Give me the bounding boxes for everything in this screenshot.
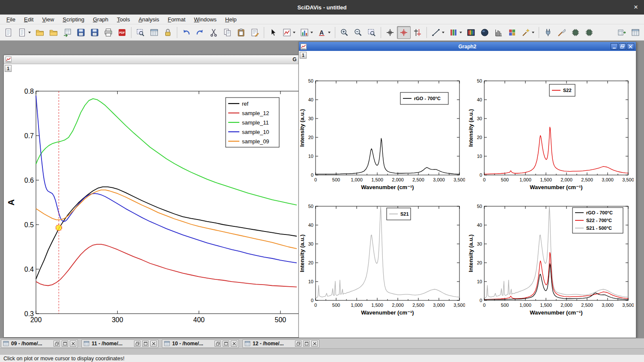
import-ascii-button[interactable]: [60, 26, 74, 39]
window-restore-button[interactable]: [295, 341, 301, 347]
window-close-button[interactable]: [231, 341, 237, 347]
svg-text:500: 500: [332, 303, 340, 308]
save-template-button[interactable]: [88, 26, 101, 39]
export-pdf-button[interactable]: PDF: [115, 26, 129, 39]
fit-wizard-button[interactable]: [519, 26, 537, 39]
menu-format[interactable]: Format: [164, 15, 189, 24]
window-close-button[interactable]: [70, 341, 76, 347]
matrix-button[interactable]: [505, 26, 519, 39]
graph2-minimize-button[interactable]: [611, 43, 618, 50]
module-1-button[interactable]: [569, 26, 582, 39]
taskbar-window-4[interactable]: 12 - /home/...: [242, 339, 319, 348]
menu-windows[interactable]: Windows: [190, 15, 221, 24]
new-project-button[interactable]: [2, 26, 15, 39]
window-restore-button[interactable]: [215, 341, 221, 347]
table-rows-button[interactable]: [629, 26, 642, 39]
raman-chart-s21[interactable]: 05001,0001,5002,0002,5003,0003,500010203…: [299, 202, 465, 318]
zoom-in-button[interactable]: [337, 26, 351, 39]
window-maximize-button[interactable]: [142, 341, 149, 347]
graph1-layer-button[interactable]: 1: [5, 65, 12, 72]
add-curve-button[interactable]: [280, 26, 298, 39]
rescale-button[interactable]: [365, 26, 379, 39]
svg-text:Intensity (a.u.): Intensity (a.u.): [299, 234, 305, 272]
window-restore-button[interactable]: [54, 341, 60, 347]
colormap-button[interactable]: [464, 26, 478, 39]
pointer-button[interactable]: [266, 26, 280, 39]
window-maximize-button[interactable]: [223, 341, 229, 347]
folder-icon: [49, 28, 58, 37]
copy-button[interactable]: [221, 26, 234, 39]
raman-chart-rgo[interactable]: 05001,0001,5002,0002,5003,0003,500010203…: [299, 77, 465, 193]
svg-text:2,000: 2,000: [392, 177, 404, 182]
plot3d-button[interactable]: [478, 26, 492, 39]
menu-file[interactable]: File: [3, 15, 19, 24]
graph2-titlebar[interactable]: Graph2: [299, 42, 636, 51]
data-reader-button[interactable]: [397, 26, 411, 39]
lock-toolbars-button[interactable]: [161, 26, 175, 39]
window-close-button[interactable]: [150, 341, 157, 347]
histogram-button[interactable]: [492, 26, 505, 39]
redo-button[interactable]: [193, 26, 207, 39]
script-button[interactable]: [248, 26, 262, 39]
statusbar: Click on plot or move cursor to display …: [0, 354, 644, 362]
app-close-button[interactable]: ×: [634, 0, 638, 15]
menu-analysis[interactable]: Analysis: [134, 15, 163, 24]
module-2-button[interactable]: [582, 26, 596, 39]
app-titlebar: SciDAVis - untitled ×: [0, 0, 644, 15]
taskbar-window-1[interactable]: 09 - /home/...: [1, 339, 78, 348]
pdf-icon: PDF: [117, 28, 127, 37]
svg-text:10: 10: [477, 154, 482, 159]
raman-chart-s22[interactable]: 05001,0001,5002,0002,5003,0003,500010203…: [468, 77, 634, 193]
print-button[interactable]: [101, 26, 115, 39]
tools-button[interactable]: [555, 26, 569, 39]
cut-button[interactable]: [207, 26, 221, 39]
menu-scripting[interactable]: Scripting: [59, 15, 88, 24]
taskbar-window-2[interactable]: 11 - /home/...: [81, 339, 158, 348]
menu-tools[interactable]: Tools: [113, 15, 134, 24]
undo-button[interactable]: [179, 26, 193, 39]
svg-text:S22 - 700°C: S22 - 700°C: [586, 218, 612, 223]
paste-button[interactable]: [234, 26, 248, 39]
svg-text:0: 0: [480, 298, 482, 303]
zoom-out-button[interactable]: [351, 26, 365, 39]
svg-text:sample_12: sample_12: [242, 110, 269, 116]
open-template-button[interactable]: [47, 26, 60, 39]
svg-text:2,000: 2,000: [392, 303, 404, 308]
window-close-button[interactable]: [311, 341, 318, 347]
svg-text:rGO - 700°C: rGO - 700°C: [586, 210, 613, 215]
graph2-close-button[interactable]: [627, 43, 634, 50]
maximize-icon: [143, 341, 148, 346]
cut-icon: [209, 28, 218, 37]
plugin-button[interactable]: [541, 26, 555, 39]
draw-line-button[interactable]: [429, 26, 447, 39]
svg-text:40: 40: [477, 97, 482, 102]
toolbar-separator: [381, 27, 381, 38]
add-text-button[interactable]: A: [315, 26, 333, 39]
taskbar-window-3[interactable]: 10 - /home/...: [162, 339, 239, 348]
new-table-button[interactable]: [147, 26, 161, 39]
graph2-window[interactable]: Graph2 1 05001,0001,5002,0002,5003,0003,…: [298, 42, 636, 338]
save-project-button[interactable]: [74, 26, 88, 39]
project-explorer-button[interactable]: [134, 26, 147, 39]
menu-graph[interactable]: Graph: [89, 15, 112, 24]
table-columns-button[interactable]: [615, 26, 629, 39]
crossdouble-icon: [413, 28, 422, 37]
window-restore-button[interactable]: [134, 341, 140, 347]
screen-reader-button[interactable]: [383, 26, 397, 39]
window-maximize-button[interactable]: [62, 341, 68, 347]
new-aspect-button[interactable]: [15, 26, 33, 39]
open-project-button[interactable]: [33, 26, 47, 39]
svg-text:50: 50: [308, 78, 313, 83]
select-range-button[interactable]: [411, 26, 424, 39]
add-plot-button[interactable]: [298, 26, 315, 39]
window-maximize-button[interactable]: [303, 341, 310, 347]
menu-edit[interactable]: Edit: [20, 15, 37, 24]
graph2-layer-button[interactable]: 1: [300, 52, 307, 59]
menu-help[interactable]: Help: [221, 15, 241, 24]
raman-chart-combined[interactable]: 05001,0001,5002,0002,5003,0003,500010203…: [468, 202, 634, 318]
plot-style-button[interactable]: [447, 26, 464, 39]
svg-text:Wavenumber (cm⁻¹): Wavenumber (cm⁻¹): [530, 309, 582, 316]
menu-view[interactable]: View: [38, 15, 58, 24]
save-icon: [76, 28, 86, 37]
graph2-restore-button[interactable]: [619, 43, 626, 50]
